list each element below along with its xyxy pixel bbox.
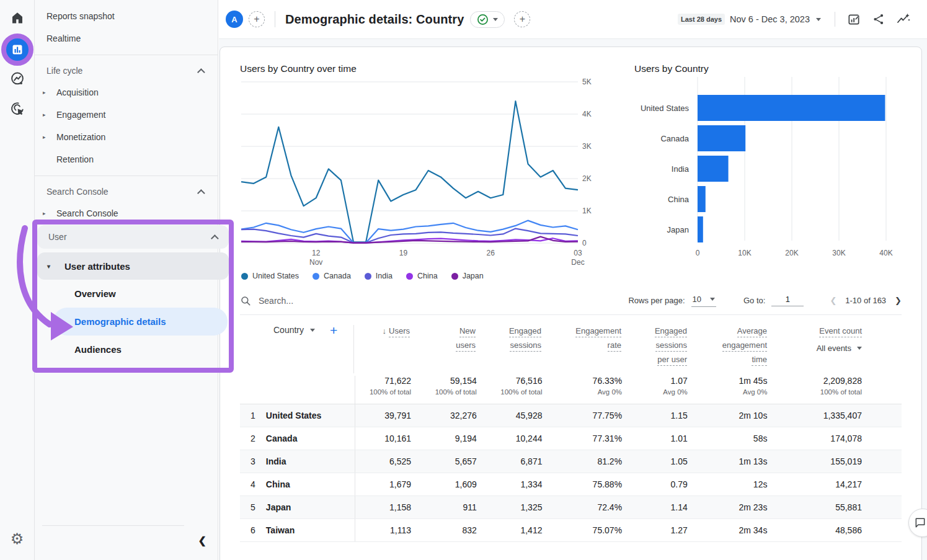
- row-metric-value: 1,334: [489, 479, 555, 489]
- go-to-page-input[interactable]: [771, 295, 804, 306]
- sidebar-item-user-attributes[interactable]: ▾ User attributes: [37, 252, 229, 280]
- totals-cell: 71,622100% of total: [355, 376, 424, 404]
- collapse-arrow-icon[interactable]: ▾: [47, 263, 50, 270]
- bar: [698, 95, 885, 121]
- sidebar-item-retention[interactable]: Retention: [35, 148, 218, 171]
- expand-arrow-icon[interactable]: ▸: [43, 89, 46, 96]
- home-icon[interactable]: [10, 11, 25, 25]
- totals-subtext: 100% of total: [489, 388, 543, 396]
- section-header-user[interactable]: User: [37, 225, 229, 249]
- legend-item: United States: [241, 272, 299, 280]
- x-axis-tick: 30K: [832, 249, 845, 257]
- line-chart-block: Users by Country over time 01K2K3K4K5K12…: [240, 63, 600, 280]
- advertising-icon[interactable]: [9, 100, 25, 117]
- pagination-info: 1-10 of 163: [845, 296, 886, 305]
- table-row[interactable]: 4China1,6791,6091,33475.88%0.7912s14,217: [240, 473, 902, 496]
- table-row[interactable]: 6Taiwan1,1138321,41275.07%1.272m 34s48,5…: [240, 519, 902, 542]
- totals-value: 71,622: [355, 376, 411, 386]
- sort-descending-icon: ↓: [383, 326, 387, 337]
- dimension-select[interactable]: Country: [273, 325, 315, 335]
- column-header[interactable]: Averageengagementtime: [699, 325, 779, 373]
- caret-down-icon: [310, 329, 315, 332]
- add-comparison-button[interactable]: +: [249, 11, 265, 27]
- insights-icon[interactable]: [896, 12, 911, 27]
- add-dimension-button[interactable]: +: [330, 325, 337, 336]
- expand-arrow-icon[interactable]: ▸: [43, 112, 46, 118]
- add-report-tab-button[interactable]: +: [514, 11, 530, 27]
- users-over-time-line-chart: 01K2K3K4K5K12Nov192603Dec: [240, 74, 600, 268]
- sidebar-item-acquisition[interactable]: ▸ Acquisition: [35, 81, 218, 104]
- collapse-sidebar-button[interactable]: ❮: [198, 535, 206, 546]
- date-caret-icon[interactable]: [816, 18, 821, 21]
- sidebar-item-label: Acquisition: [56, 87, 99, 97]
- column-header-label: engagement: [722, 340, 767, 352]
- row-metric-value: 1,335,407: [779, 411, 902, 420]
- expand-arrow-icon[interactable]: ▸: [43, 210, 46, 216]
- sidebar-item-engagement[interactable]: ▸ Engagement: [35, 104, 218, 126]
- row-rank: 5: [240, 502, 266, 512]
- share-icon[interactable]: [871, 12, 886, 27]
- column-header[interactable]: Engagedsessionsper user: [634, 325, 699, 373]
- sidebar-item-monetization[interactable]: ▸ Monetization: [35, 126, 218, 148]
- sidebar-item-demographic-details[interactable]: Demographic details: [53, 308, 228, 336]
- x-axis-tick: 40K: [879, 249, 892, 257]
- row-metric-value: 1.05: [634, 456, 700, 466]
- row-metric-value: 1,113: [355, 525, 424, 535]
- previous-page-button[interactable]: ❮: [830, 296, 836, 305]
- row-rank: 2: [240, 433, 266, 443]
- row-metric-value: 10,244: [489, 433, 555, 443]
- table-row[interactable]: 5Japan1,1589111,32572.4%1.142m 23s55,881: [240, 496, 902, 519]
- event-filter-select[interactable]: All events: [817, 344, 862, 353]
- section-header-life-cycle[interactable]: Life cycle: [35, 60, 218, 81]
- column-header[interactable]: Newusers: [422, 325, 488, 373]
- y-axis-tick: 5K: [582, 78, 592, 86]
- column-header[interactable]: Event countAll events: [779, 325, 902, 373]
- table-header: Country + ↓UsersNewusersEngagedsessionsE…: [240, 315, 902, 373]
- search-icon: [240, 295, 251, 306]
- row-country: United States: [266, 404, 356, 427]
- admin-gear-icon[interactable]: ⚙: [11, 531, 24, 546]
- caret-down-icon: [493, 18, 498, 21]
- rows-per-page-select[interactable]: 10: [691, 295, 716, 307]
- totals-value: 1m 45s: [700, 376, 768, 386]
- row-metric-value: 75.07%: [554, 525, 634, 535]
- sidebar-item-audiences[interactable]: Audiences: [37, 336, 229, 363]
- reports-icon-active[interactable]: [1, 33, 33, 66]
- table-row[interactable]: 3India6,5255,6576,87181.2%1.051m 13s155,…: [240, 450, 902, 473]
- sidebar-item-realtime[interactable]: Realtime: [35, 27, 218, 50]
- column-header-label: Engaged: [509, 326, 541, 337]
- bar-category-label: United States: [641, 104, 690, 113]
- customize-report-icon[interactable]: [846, 12, 861, 27]
- column-header[interactable]: ↓Users: [354, 325, 422, 373]
- table-row[interactable]: 2Canada10,1619,19410,24477.31%1.0158s174…: [240, 427, 902, 450]
- divider: [35, 55, 218, 55]
- x-axis-tick: 19: [399, 249, 408, 257]
- sidebar-item-reports-snapshot[interactable]: Reports snapshot: [35, 5, 218, 27]
- table-row[interactable]: 1United States39,79132,27645,92877.75%1.…: [240, 404, 902, 427]
- next-page-button[interactable]: ❯: [895, 296, 902, 305]
- section-header-search-console[interactable]: Search Console: [35, 181, 218, 202]
- column-header[interactable]: Engagementrate: [554, 325, 634, 373]
- sidebar-item-overview[interactable]: Overview: [37, 280, 229, 308]
- divider: [275, 11, 275, 27]
- sidebar-item-search-console[interactable]: ▸ Search Console: [35, 202, 218, 224]
- date-range[interactable]: Nov 6 - Dec 3, 2023: [730, 14, 810, 24]
- column-header[interactable]: Engagedsessions: [488, 325, 554, 373]
- report-content: Users by Country over time 01K2K3K4K5K12…: [219, 39, 927, 560]
- row-metric-value: 72.4%: [554, 502, 634, 512]
- legend-dot-icon: [241, 273, 248, 280]
- avatar[interactable]: A: [226, 11, 243, 28]
- date-preset-chip[interactable]: Last 28 days: [678, 14, 725, 25]
- bar: [698, 216, 703, 242]
- explore-icon[interactable]: [9, 71, 25, 87]
- totals-value: 2,209,828: [779, 376, 862, 386]
- row-country: Taiwan: [266, 519, 356, 541]
- data-quality-badge[interactable]: [470, 11, 505, 28]
- expand-arrow-icon[interactable]: ▸: [43, 134, 46, 140]
- row-metric-value: 1.01: [634, 433, 700, 443]
- sidebar-item-label: Monetization: [56, 132, 105, 142]
- chevron-up-icon: [197, 68, 205, 76]
- row-metric-value: 1,679: [355, 479, 424, 489]
- caret-down-icon: [710, 298, 715, 301]
- search-input[interactable]: [259, 296, 420, 306]
